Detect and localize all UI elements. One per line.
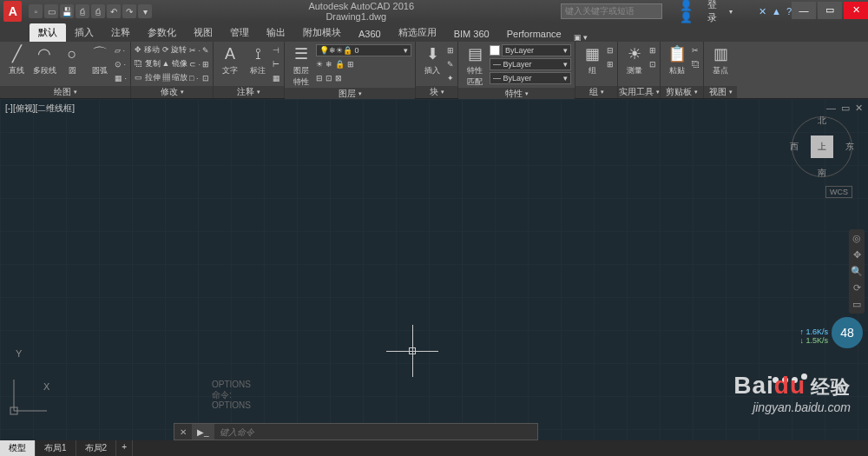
exchange-icon[interactable]: ✕	[759, 6, 766, 17]
paste-button[interactable]: 📋粘贴	[664, 43, 690, 76]
speed-badge[interactable]: 48	[832, 317, 863, 348]
anno-extra-1[interactable]: ⊣	[273, 43, 280, 56]
tab-manage[interactable]: 管理	[221, 23, 258, 42]
tab-insert[interactable]: 插入	[66, 23, 102, 42]
dimension-button[interactable]: ⟟标注	[245, 43, 271, 76]
mirror-button[interactable]: ▲ 镜像	[162, 57, 188, 70]
tab-output[interactable]: 输出	[258, 23, 294, 42]
viewcube-face[interactable]: 上	[811, 135, 833, 158]
drawing-viewport[interactable]: [-][俯视][二维线框] — ▭ ✕ 上 北 南 东 西 WCS ◎ ✥ 🔍 …	[0, 99, 868, 440]
linetype-combo[interactable]: — ByLayer▾	[490, 72, 571, 84]
modify-extra-2[interactable]: ⊞	[202, 57, 209, 70]
anno-extra-3[interactable]: ▦	[273, 71, 280, 84]
color-combo[interactable]: ByLayer▾	[502, 44, 571, 56]
tab-bim360[interactable]: BIM 360	[445, 26, 498, 42]
tab-performance[interactable]: Performance	[498, 26, 570, 42]
fillet-button[interactable]: ⊂ ·	[189, 57, 201, 70]
rotate-button[interactable]: ⟳ 旋转	[162, 43, 188, 56]
move-button[interactable]: ✥ 移动	[135, 43, 161, 56]
tab-annotate[interactable]: 注释	[102, 23, 139, 42]
qat-undo-icon[interactable]: ↶	[107, 4, 121, 18]
tab-layout1[interactable]: 布局1	[36, 440, 76, 456]
array-button[interactable]: □ ·	[189, 71, 201, 84]
viewcube-north[interactable]: 北	[818, 115, 826, 127]
modify-extra-3[interactable]: ⊡	[202, 71, 209, 84]
cmdline-close-icon[interactable]: ✕	[174, 427, 192, 437]
vp-minimize-icon[interactable]: —	[826, 102, 836, 114]
nav-wheel-icon[interactable]: ◎	[852, 233, 861, 244]
draw-extra-1[interactable]: ▱ ·	[115, 43, 127, 56]
circle-button[interactable]: ○圆	[59, 43, 85, 76]
qat-print-icon[interactable]: ⎙	[91, 4, 105, 18]
tab-overflow-icon[interactable]: ▣ ▾	[574, 33, 589, 42]
qat-open-icon[interactable]: ▭	[44, 4, 58, 18]
tab-model[interactable]: 模型	[0, 440, 36, 456]
minimize-button[interactable]: —	[792, 2, 816, 19]
block-edit[interactable]: ✎	[447, 57, 454, 70]
copy-button[interactable]: ⿻ 复制	[135, 57, 161, 70]
tab-add-layout[interactable]: +	[116, 440, 133, 456]
trim-button[interactable]: ✂ ·	[189, 43, 201, 56]
tab-layout2[interactable]: 布局2	[76, 440, 117, 456]
search-input[interactable]: 键入关键字或短语	[561, 3, 662, 19]
layer-combo[interactable]: 💡❄☀🔒 0▾	[316, 44, 411, 56]
stretch-button[interactable]: ▭ 拉伸	[135, 71, 161, 84]
user-area[interactable]: 👤👤 登录 ▾	[680, 0, 733, 24]
vp-maximize-icon[interactable]: ▭	[841, 102, 850, 114]
layer-tool-1[interactable]: ☀	[316, 60, 323, 69]
close-button[interactable]: ✕	[844, 2, 868, 19]
wcs-label[interactable]: WCS	[825, 186, 852, 198]
layer-tool-4[interactable]: ⊞	[347, 60, 354, 69]
tab-a360[interactable]: A360	[350, 26, 390, 42]
tab-view[interactable]: 视图	[185, 23, 221, 42]
arc-button[interactable]: ⌒圆弧	[87, 43, 113, 76]
nav-pan-icon[interactable]: ✥	[853, 249, 861, 261]
layer-properties-button[interactable]: ☰图层 特性	[288, 43, 314, 88]
group-extra[interactable]: ⊟	[607, 43, 614, 56]
layer-tool-3[interactable]: 🔒	[335, 60, 345, 69]
insert-block-button[interactable]: ⬇插入	[419, 43, 445, 76]
vp-close-icon[interactable]: ✕	[855, 102, 863, 114]
command-line[interactable]: ✕ ▶_	[174, 423, 538, 440]
group-button[interactable]: ▦组	[579, 43, 605, 76]
viewcube[interactable]: 上 北 南 东 西	[792, 116, 852, 177]
a360-icon[interactable]: ▲	[772, 6, 781, 17]
tab-featured[interactable]: 精选应用	[390, 23, 445, 42]
nav-showmotion-icon[interactable]: ▭	[852, 299, 861, 310]
lineweight-combo[interactable]: — ByLayer▾	[490, 58, 571, 70]
command-input[interactable]	[214, 427, 537, 437]
anno-extra-2[interactable]: ⊢	[273, 57, 280, 70]
tab-parametric[interactable]: 参数化	[139, 23, 185, 42]
scale-button[interactable]: ▦ 缩放	[162, 71, 188, 84]
base-button[interactable]: ▥基点	[707, 43, 733, 76]
nav-zoom-icon[interactable]: 🔍	[851, 266, 863, 277]
tab-addins[interactable]: 附加模块	[294, 23, 350, 42]
draw-extra-3[interactable]: ▦ ·	[115, 71, 127, 84]
tab-default[interactable]: 默认	[30, 23, 66, 42]
qat-save-icon[interactable]: 💾	[60, 4, 74, 18]
viewcube-west[interactable]: 西	[790, 141, 799, 153]
polyline-button[interactable]: ◠多段线	[31, 43, 57, 76]
qat-dropdown-icon[interactable]: ▾	[138, 4, 152, 18]
viewcube-east[interactable]: 东	[845, 141, 854, 153]
layer-tool-6[interactable]: ⊡	[326, 74, 332, 83]
text-button[interactable]: A文字	[217, 43, 243, 76]
block-attr[interactable]: ✦	[447, 71, 454, 84]
qat-saveas-icon[interactable]: ⎙	[76, 4, 89, 18]
modify-extra-1[interactable]: ✎	[202, 43, 209, 56]
color-swatch[interactable]	[490, 45, 500, 56]
nav-orbit-icon[interactable]: ⟳	[853, 282, 861, 294]
layer-tool-2[interactable]: ❄	[326, 60, 332, 69]
match-properties-button[interactable]: ▤特性 匹配	[462, 43, 488, 88]
layer-tool-7[interactable]: ⊠	[335, 74, 342, 83]
line-button[interactable]: ╱直线	[3, 43, 30, 76]
qat-redo-icon[interactable]: ↷	[122, 4, 136, 18]
app-logo[interactable]: A	[3, 1, 22, 22]
viewcube-south[interactable]: 南	[818, 167, 826, 179]
login-dropdown-icon[interactable]: ▾	[729, 8, 733, 16]
layer-tool-5[interactable]: ⊟	[316, 74, 323, 83]
draw-extra-2[interactable]: ⊙ ·	[115, 57, 127, 70]
maximize-button[interactable]: ▭	[818, 2, 842, 19]
measure-button[interactable]: ☀测量	[621, 43, 648, 76]
block-create[interactable]: ⊞	[447, 43, 454, 56]
